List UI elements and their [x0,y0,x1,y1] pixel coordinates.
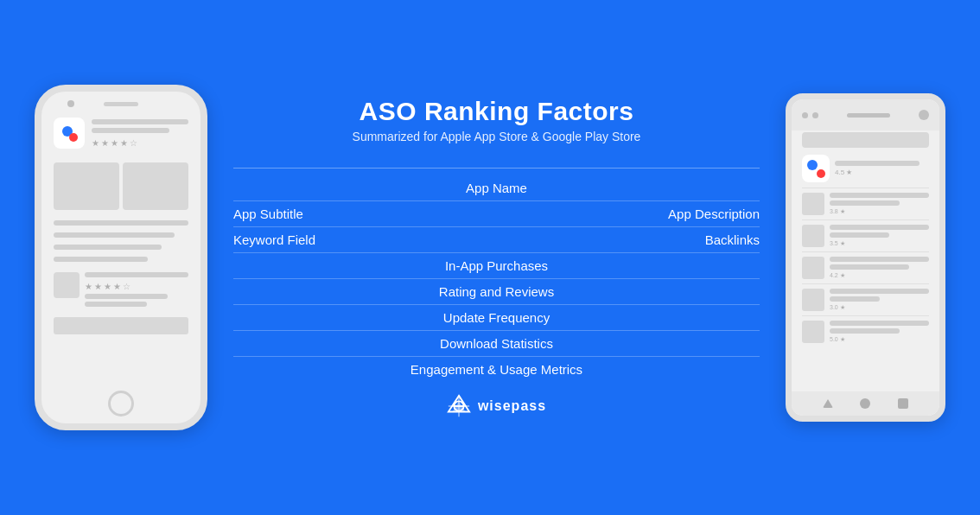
iphone-content: ★ ★ ★ ★ ☆ [54,118,188,334]
screenshots-row [54,162,188,210]
iphone-home-button [108,391,134,416]
review-thumb [54,272,80,298]
r-star-5: ☆ [123,282,130,291]
factor-app-name: App Name [233,175,760,201]
list-info-5: 5.0 ★ [830,321,929,343]
android-list-item-2: 3.5 ★ [802,219,929,251]
factor-engagement-label: Engagement & Usage Metrics [410,362,582,377]
android-top-bar [792,99,939,130]
desc-bar-1 [54,220,188,226]
list-thumb-3 [802,257,824,279]
list-bar-1b [830,200,900,206]
app-header: ★ ★ ★ ★ ☆ [54,118,188,149]
review-bar-1 [85,272,188,277]
logo-text: wisepass [478,398,546,414]
list-bar-1a [830,193,929,198]
r-star-3: ★ [104,282,111,291]
bottom-desc [54,317,188,334]
star-1: ★ [92,138,99,148]
factor-split-row-2: Keyword Field Backlinks [233,227,760,253]
factor-keyword-field-label: Keyword Field [233,232,497,247]
factor-update: Update Frequency [233,305,760,331]
list-bar-4b [830,296,880,302]
android-app-icon [802,155,830,182]
list-thumb-2 [802,225,824,247]
factor-app-name-label: App Name [466,181,527,195]
r-star-2: ★ [94,282,102,291]
list-rating-3: 4.2 ★ [830,272,929,279]
android-list-item-1: 3.8 ★ [802,188,929,219]
factor-split-row-1: App Subtitle App Description [233,201,760,227]
app-icon-graphic [60,124,78,142]
star-5: ☆ [130,138,137,148]
list-bar-2a [830,225,929,230]
android-list-item-5: 5.0 ★ [802,315,929,347]
iphone-camera [67,100,74,107]
app-icon [54,118,85,149]
android-speaker [847,113,890,118]
star-4: ★ [120,138,128,148]
screenshot-2 [123,162,188,210]
list-bar-5a [830,321,929,326]
factor-update-label: Update Frequency [443,310,550,325]
list-bar-3a [830,257,929,262]
android-dot-2 [812,112,818,118]
list-info-4: 3.0 ★ [830,289,929,311]
android-list-item-3: 4.2 ★ [802,251,929,283]
android-search-bar [802,132,929,148]
logo-section: wisepass [447,394,546,418]
factor-rating: Rating and Reviews [233,279,760,305]
factor-rating-label: Rating and Reviews [439,284,554,299]
factor-engagement: Engagement & Usage Metrics [233,357,760,382]
main-title: ASO Ranking Factors [353,97,641,126]
list-bar-3b [830,264,909,270]
android-dot-1 [802,112,808,118]
android-camera [919,110,929,120]
screenshot-1 [54,162,119,210]
divider-top [233,168,760,168]
factors-container: App Name App Subtitle App Description Ke… [233,161,760,382]
app-name-bar [92,119,188,124]
list-info-1: 3.8 ★ [830,193,929,215]
list-rating-4: 3.0 ★ [830,304,929,311]
list-info-2: 3.5 ★ [830,225,929,247]
list-rating-1: 3.8 ★ [830,208,929,215]
android-app-name [835,161,920,166]
review-stars: ★ ★ ★ ★ ☆ [85,282,188,291]
subtitle: Summarized for Apple App Store & Google … [353,130,641,143]
android-dot-red [817,169,825,178]
factor-app-subtitle-label: App Subtitle [233,207,497,221]
r-star-4: ★ [113,282,121,291]
center-content: ASO Ranking Factors Summarized for Apple… [207,97,786,418]
review-bar-2 [85,294,168,299]
android-icon-graphic [806,159,825,178]
android-dots [802,112,818,118]
list-thumb-4 [802,289,824,311]
nav-home-icon [860,398,870,409]
list-thumb-1 [802,193,824,215]
review-bar-3 [85,302,147,307]
list-rating-5: 5.0 ★ [830,336,929,343]
factor-backlinks-label: Backlinks [497,232,760,247]
r-star-1: ★ [85,282,92,291]
factor-in-app-label: In-App Purchases [445,258,548,273]
list-bar-5b [830,328,900,334]
desc-bar-2 [54,232,175,238]
android-info: 4.5 ★ [835,161,929,176]
factor-download: Download Statistics [233,331,760,357]
nav-back-icon [823,399,833,408]
list-thumb-5 [802,321,824,343]
star-2: ★ [101,138,109,148]
desc-bar-4 [54,257,148,262]
wisepass-logo-icon [447,394,471,418]
factor-download-label: Download Statistics [440,336,553,351]
android-app-header: 4.5 ★ [802,155,929,182]
title-section: ASO Ranking Factors Summarized for Apple… [353,97,641,143]
star-3: ★ [111,138,118,148]
android-mockup: 4.5 ★ 3.8 ★ 3.5 ★ [786,93,945,422]
main-container: ★ ★ ★ ★ ☆ [0,0,980,515]
nav-recent-icon [898,398,908,409]
list-bar-2b [830,232,889,238]
factor-app-description-label: App Description [497,207,760,221]
desc-bar-3 [54,245,162,250]
